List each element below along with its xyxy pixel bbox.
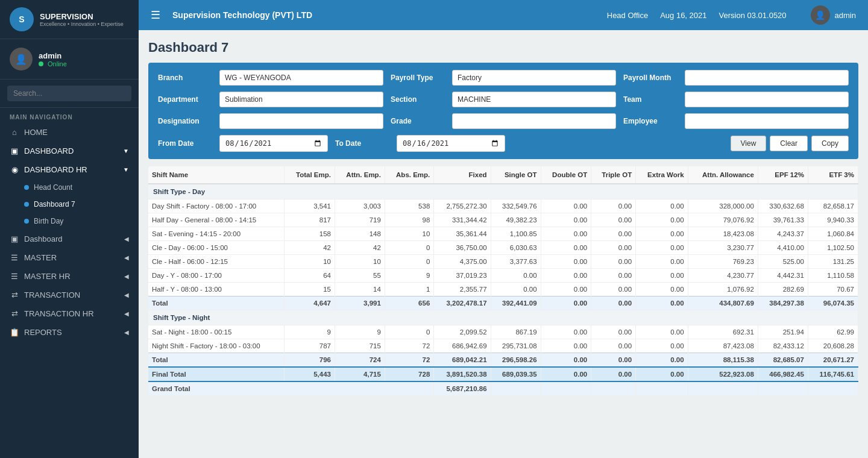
hamburger-icon[interactable]: ☰ — [151, 8, 160, 22]
col-single-ot: Single OT — [491, 166, 541, 184]
sidebar-logo: S SUPERVISION Excellence • Innovation • … — [0, 0, 139, 39]
payroll-table: Shift Name Total Emp. Attn. Emp. Abs. Em… — [148, 166, 858, 396]
sidebar-item-dashboard2[interactable]: ▣ Dashboard ◀ — [0, 230, 139, 248]
department-label: Department — [158, 95, 212, 104]
logo-icon: S — [10, 7, 34, 31]
sidebar-item-dashboard2-label: Dashboard — [24, 234, 63, 243]
sidebar-item-transaction-label: TRANSACTION — [24, 290, 80, 300]
col-extra-work: Extra Work — [636, 166, 688, 184]
sidebar-item-birth-day[interactable]: Birth Day — [0, 213, 139, 230]
table-final-total-row: Final Total5,4434,7157283,891,520.38689,… — [148, 367, 858, 381]
col-abs-emp: Abs. Emp. — [385, 166, 433, 184]
sidebar-item-dashboard-hr[interactable]: ◉ DASHBOARD HR ▼ — [0, 160, 139, 179]
sidebar-item-dashboard-7[interactable]: Dashboard 7 — [0, 196, 139, 213]
sidebar-item-head-count-label: Head Count — [34, 183, 72, 192]
transaction-hr-icon: ⇄ — [10, 309, 19, 318]
department-input[interactable] — [219, 92, 383, 107]
payroll-month-input[interactable] — [685, 70, 849, 86]
sidebar-item-dashboard[interactable]: ▣ DASHBOARD ▼ — [0, 142, 139, 160]
col-fixed: Fixed — [434, 166, 491, 184]
payroll-type-label: Payroll Type — [391, 74, 445, 82]
to-date-label: To Date — [335, 139, 389, 148]
section-input[interactable] — [452, 92, 616, 107]
sidebar-item-birth-day-label: Birth Day — [34, 217, 63, 225]
grade-input[interactable] — [452, 113, 616, 129]
table-row: Half Day - General - 08:00 - 14:15817719… — [148, 213, 858, 227]
table-row: Day Shift - Factory - 08:00 - 17:003,541… — [148, 199, 858, 213]
to-date-input[interactable] — [397, 135, 505, 152]
payroll-month-label: Payroll Month — [623, 74, 678, 82]
sidebar-item-home[interactable]: ⌂ HOME — [0, 123, 139, 142]
chevron-right-icon-6: ◀ — [124, 329, 129, 336]
sidebar-item-home-label: HOME — [24, 128, 48, 137]
table-section-header: Shift Type - Night — [148, 310, 858, 325]
col-etf: ETF 3% — [808, 166, 858, 184]
table-row: Sat - Evening - 14:15 - 20:001581481035,… — [148, 227, 858, 241]
team-input[interactable] — [685, 92, 849, 107]
chevron-right-icon-5: ◀ — [124, 310, 129, 317]
avatar: 👤 — [10, 48, 33, 71]
designation-input[interactable] — [219, 113, 383, 129]
table-row: Night Shift - Factory - 18:00 - 03:00787… — [148, 339, 858, 353]
admin-name: admin — [835, 11, 856, 20]
date-label: Aug 16, 2021 — [660, 11, 706, 20]
user-name: admin — [39, 51, 67, 60]
reports-icon: 📋 — [10, 328, 19, 337]
nav-section-label: MAIN NAVIGATION — [0, 108, 139, 123]
dashboard-hr-icon: ◉ — [10, 165, 19, 174]
logo-text: SUPERVISION — [40, 12, 124, 21]
view-button[interactable]: View — [731, 136, 767, 151]
payroll-type-input[interactable] — [452, 70, 616, 86]
sidebar-item-master-hr[interactable]: ☰ MASTER HR ◀ — [0, 267, 139, 286]
designation-label: Designation — [158, 117, 212, 125]
sidebar-item-dashboard-label: DASHBOARD — [24, 146, 74, 155]
main-panel: ☰ Supervision Technology (PVT) LTD Head … — [139, 0, 868, 458]
col-shift-name: Shift Name — [148, 166, 285, 184]
sidebar-item-reports[interactable]: 📋 REPORTS ◀ — [0, 323, 139, 342]
master-hr-icon: ☰ — [10, 272, 19, 281]
table-grand-total-row: Grand Total5,687,210.86 — [148, 381, 858, 396]
branch-label: Branch — [158, 74, 212, 82]
sidebar-item-transaction[interactable]: ⇄ TRANSACTION ◀ — [0, 286, 139, 304]
sidebar-search[interactable] — [0, 80, 139, 108]
table-row: Cle - Day - 06:00 - 15:004242036,750.006… — [148, 241, 858, 255]
from-date-label: From Date — [158, 139, 212, 148]
user-status: Online — [39, 60, 67, 67]
table-header-row: Shift Name Total Emp. Attn. Emp. Abs. Em… — [148, 166, 858, 184]
status-dot — [39, 61, 43, 66]
filter-panel: Branch Payroll Type Payroll Month Depart… — [148, 63, 858, 159]
sidebar: S SUPERVISION Excellence • Innovation • … — [0, 0, 139, 458]
table-row: Half - Y - 08:00 - 13:00151412,355.770.0… — [148, 283, 858, 296]
table-total-row: Total79672472689,042.21296,598.260.000.0… — [148, 353, 858, 368]
copy-button[interactable]: Copy — [811, 136, 849, 151]
sidebar-item-head-count[interactable]: Head Count — [0, 179, 139, 196]
sidebar-item-master[interactable]: ☰ MASTER ◀ — [0, 248, 139, 267]
table-row: Day - Y - 08:00 - 17:006455937,019.230.0… — [148, 269, 858, 283]
employee-input[interactable] — [685, 113, 849, 129]
chevron-right-icon-2: ◀ — [124, 254, 129, 261]
from-date-input[interactable] — [219, 135, 328, 152]
col-epf: EPF 12% — [758, 166, 808, 184]
branch-input[interactable] — [219, 70, 383, 86]
chevron-right-icon: ◀ — [124, 236, 129, 242]
sub-dot-dashboard-7 — [24, 202, 29, 207]
employee-label: Employee — [623, 117, 678, 125]
clear-button[interactable]: Clear — [770, 136, 808, 151]
sidebar-item-dashboard-hr-label: DASHBOARD HR — [24, 165, 87, 174]
table-row: Sat - Night - 18:00 - 00:159902,099.5286… — [148, 325, 858, 339]
admin-avatar: 👤 — [811, 5, 830, 25]
team-label: Team — [623, 95, 678, 104]
company-name: Supervision Technology (PVT) LTD — [172, 10, 312, 20]
chevron-right-icon-4: ◀ — [124, 292, 129, 298]
filter-row-4: From Date To Date View Clear Copy — [158, 135, 849, 152]
office-label: Head Office — [607, 11, 648, 20]
col-total-emp: Total Emp. — [285, 166, 335, 184]
col-attn-emp: Attn. Emp. — [335, 166, 385, 184]
sidebar-item-transaction-hr[interactable]: ⇄ TRANSACTION HR ◀ — [0, 304, 139, 323]
filter-row-3: Designation Grade Employee — [158, 113, 849, 129]
sidebar-user: 👤 admin Online — [0, 39, 139, 80]
search-input[interactable] — [7, 86, 131, 101]
filter-row-2: Department Section Team — [158, 92, 849, 107]
sub-dot-head-count — [24, 185, 29, 190]
master-icon: ☰ — [10, 253, 19, 262]
